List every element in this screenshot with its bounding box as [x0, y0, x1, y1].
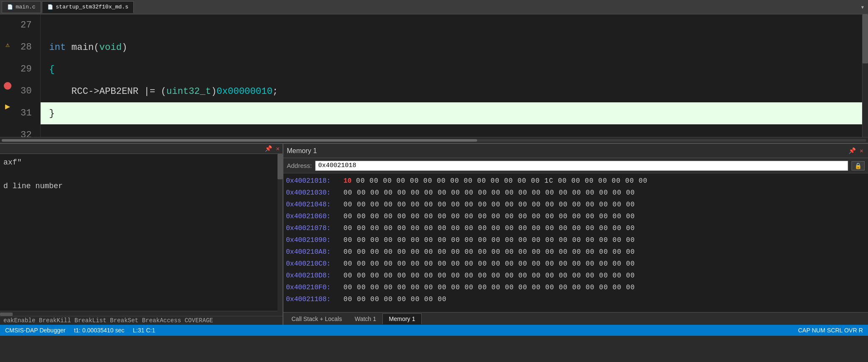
line-num-28: 28	[15, 36, 36, 58]
left-panel-hscrollbar[interactable]	[0, 311, 283, 316]
mem-addr-8: 0x400210D8:	[286, 272, 341, 280]
mem-addr-1: 0x40021030:	[286, 189, 341, 197]
mem-addr-7: 0x400210C0:	[286, 260, 341, 268]
mem-bytes-10: 00 00 00 00 00 00 00 00	[343, 296, 447, 303]
memory-panel-header-buttons: 📌 ✕	[847, 147, 865, 154]
tab-memory-1[interactable]: Memory 1	[382, 313, 421, 324]
memory-row-7: 0x400210C0: 00 00 00 00 00 00 00 00 00 0…	[284, 258, 867, 270]
code-semicolon: ;	[272, 86, 278, 97]
mem-addr-4: 0x40021078:	[286, 225, 341, 232]
line-num-30: 30	[15, 80, 36, 102]
code-uint32: uint32_t	[166, 86, 211, 97]
file-icon-2: 📄	[47, 4, 53, 10]
left-panel-vscrollbar-thumb	[277, 154, 283, 179]
mem-bytes-2: 00 00 00 00 00 00 00 00 00 00 00 00 00 0…	[343, 201, 635, 208]
pin-icon[interactable]: 📌	[264, 145, 273, 152]
left-panel-content: axf" d line number	[0, 154, 283, 311]
status-right: CAP NUM SCRL OVR R	[798, 327, 863, 334]
address-label: Address:	[287, 162, 312, 169]
memory-panel: Memory 1 📌 ✕ Address: 🔒 0x40021018: 10 0…	[283, 144, 868, 325]
code-content[interactable]: int main(void) { RCC->APB2ENR |= (uint32…	[41, 14, 862, 137]
code-line-29: {	[41, 58, 862, 80]
mem-highlighted-byte: 10	[343, 177, 352, 185]
editor-vscrollbar[interactable]	[862, 14, 868, 137]
code-line-28: int main(void)	[41, 36, 862, 58]
mem-addr-10: 0x40021108:	[286, 296, 341, 303]
left-panel-status: eakEnable BreakKill BreakList BreakSet B…	[0, 316, 283, 325]
gutter-line-30	[0, 76, 15, 96]
left-panel-hscrollbar-thumb	[0, 313, 13, 316]
editor-area: ⚠ ▶ 27 28 29 30 31 32 int main(void) {	[0, 14, 868, 137]
gutter-line-31: ▶	[0, 96, 15, 116]
mem-bytes-3: 00 00 00 00 00 00 00 00 00 00 00 00 00 0…	[343, 213, 635, 220]
memory-row-1: 0x40021030: 00 00 00 00 00 00 00 00 00 0…	[284, 187, 867, 199]
code-rcc: RCC->APB2ENR |= (	[49, 86, 166, 97]
mem-bytes-9: 00 00 00 00 00 00 00 00 00 00 00 00 00 0…	[343, 284, 635, 291]
gutter-line-27	[0, 14, 15, 35]
left-panel-vscrollbar[interactable]	[277, 154, 283, 315]
line-num-32: 32	[15, 124, 36, 137]
current-line-arrow-icon: ▶	[5, 101, 10, 112]
memory-row-9: 0x400210F0: 00 00 00 00 00 00 00 00 00 0…	[284, 282, 867, 293]
bottom-tab-bar: Call Stack + Locals Watch 1 Memory 1	[283, 312, 868, 325]
address-input[interactable]	[315, 161, 848, 171]
memory-row-3: 0x40021060: 00 00 00 00 00 00 00 00 00 0…	[284, 211, 867, 222]
tab-chevron[interactable]: ▾	[860, 3, 865, 11]
code-hex-val: 0x00000010	[217, 86, 272, 97]
left-panel-text-1: axf"	[3, 156, 279, 168]
status-left: CMSIS-DAP Debugger t1: 0.00035410 sec L:…	[5, 327, 155, 334]
line-num-27: 27	[15, 14, 36, 36]
bottom-panel: 📌 ✕ axf" d line number eakEnable BreakKi…	[0, 143, 868, 325]
mem-bytes-6: 00 00 00 00 00 00 00 00 00 00 00 00 00 0…	[343, 248, 635, 256]
editor-hscrollbar[interactable]	[0, 137, 868, 143]
status-bar: CMSIS-DAP Debugger t1: 0.00035410 sec L:…	[0, 325, 868, 336]
editor-hscrollbar-thumb	[2, 139, 477, 142]
mem-addr-2: 0x40021048:	[286, 201, 341, 208]
file-icon: 📄	[7, 4, 13, 10]
close-left-panel-button[interactable]: ✕	[275, 145, 281, 152]
tab-bar: 📄 main.c 📄 startup_stm32f10x_md.s ▾	[0, 0, 868, 14]
memory-panel-header: Memory 1 📌 ✕	[283, 144, 868, 158]
code-cast-close: )	[211, 86, 217, 97]
address-bar: Address: 🔒	[283, 158, 868, 173]
tab-label-2: startup_stm32f10x_md.s	[56, 4, 129, 10]
tab-watch-1[interactable]: Watch 1	[348, 313, 382, 324]
mem-addr-0: 0x40021018:	[286, 177, 341, 185]
editor-vscrollbar-thumb	[863, 14, 868, 63]
mem-addr-3: 0x40021060:	[286, 213, 341, 220]
position-status: L:31 C:1	[133, 327, 155, 334]
memory-row-5: 0x40021090: 00 00 00 00 00 00 00 00 00 0…	[284, 234, 867, 246]
close-memory-panel-button[interactable]: ✕	[859, 147, 865, 154]
code-void: void	[99, 42, 122, 53]
tab-startup[interactable]: 📄 startup_stm32f10x_md.s	[42, 1, 134, 13]
close-brace-highlighted: }	[49, 108, 55, 119]
caps-status: CAP NUM SCRL OVR R	[798, 327, 863, 334]
tab-main-c[interactable]: 📄 main.c	[2, 1, 41, 13]
gutter-line-29	[0, 55, 15, 76]
memory-panel-title: Memory 1	[287, 147, 317, 155]
mem-addr-9: 0x400210F0:	[286, 284, 341, 291]
code-line-32	[41, 124, 862, 137]
breakpoint-icon[interactable]	[4, 82, 11, 90]
mem-bytes-0: 00 00 00 00 00 00 00 00 00 00 00 00 00 0…	[352, 177, 648, 185]
tab-label: main.c	[16, 4, 36, 10]
time-status: t1: 0.00035410 sec	[74, 327, 124, 334]
code-line-27	[41, 14, 862, 36]
memory-row-6: 0x400210A8: 00 00 00 00 00 00 00 00 00 0…	[284, 246, 867, 258]
mem-bytes-1: 00 00 00 00 00 00 00 00 00 00 00 00 00 0…	[343, 189, 635, 197]
line-num-29: 29	[15, 58, 36, 80]
line-num-31: 31	[15, 102, 36, 124]
open-brace: {	[49, 64, 55, 75]
code-line-31: }	[41, 102, 862, 124]
warning-icon: ⚠	[5, 41, 10, 49]
tab-call-stack[interactable]: Call Stack + Locals	[285, 313, 348, 324]
memory-row-2: 0x40021048: 00 00 00 00 00 00 00 00 00 0…	[284, 199, 867, 211]
gutter-line-28: ⚠	[0, 35, 15, 55]
lock-button[interactable]: 🔒	[852, 161, 865, 170]
editor-hscrollbar-track	[2, 139, 866, 142]
mem-bytes-5: 00 00 00 00 00 00 00 00 00 00 00 00 00 0…	[343, 236, 635, 244]
left-panel-toolbar: 📌 ✕	[0, 144, 283, 154]
pin-memory-icon[interactable]: 📌	[847, 147, 857, 154]
left-panel-text-3: d line number	[3, 180, 279, 192]
mem-addr-5: 0x40021090:	[286, 236, 341, 244]
